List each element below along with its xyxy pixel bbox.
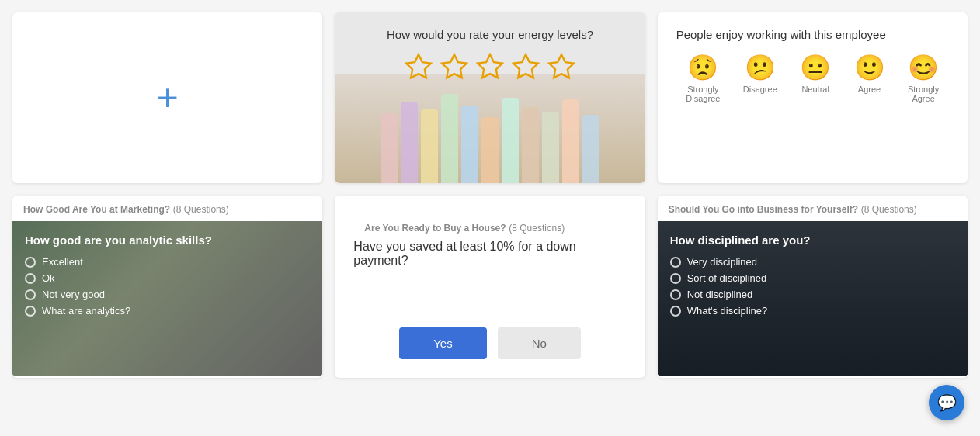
marketing-option-1-label: Excellent [42,256,83,268]
likert-title: People enjoy working with this employee [676,28,949,41]
marketing-quiz-header: How Good Are You at Marketing? (8 Questi… [12,196,322,221]
business-option-2-label: Sort of disciplined [687,272,767,284]
marketing-option-4-label: What are analytics? [42,305,130,317]
business-radio-3[interactable] [670,289,681,300]
business-quiz-image: How disciplined are you? Very discipline… [658,221,968,376]
likert-disagree[interactable]: 😕 Disagree [743,55,777,94]
business-option-1-label: Very disciplined [687,256,757,268]
likert-strongly-disagree[interactable]: 😟 StronglyDisagree [686,55,720,103]
neutral-face: 😐 [800,55,831,80]
business-option-1[interactable]: Very disciplined [670,256,955,268]
marketing-quiz-image: How good are you analytic skills? Excell… [12,221,322,376]
business-option-4[interactable]: What's discipline? [670,305,955,317]
star-3[interactable] [475,52,505,81]
house-quiz-card: Are You Ready to Buy a House? (8 Questio… [335,196,645,378]
house-quiz-question: Have you saved at least 10% for a down p… [353,240,626,306]
marketing-option-4[interactable]: What are analytics? [25,305,310,317]
likert-card: People enjoy working with this employee … [658,12,968,183]
likert-agree[interactable]: 🙂 Agree [854,55,885,94]
business-option-4-label: What's discipline? [687,305,768,317]
marketing-option-3[interactable]: Not very good [25,289,310,300]
chat-bubble[interactable]: 💬 [929,385,964,390]
marketing-radio-1[interactable] [25,257,36,268]
strongly-disagree-face: 😟 [687,55,718,80]
marketing-quiz-title: How Good Are You at Marketing? [23,204,170,215]
likert-strongly-agree[interactable]: 😊 StronglyAgree [908,55,939,103]
business-option-3-label: Not disciplined [687,289,753,300]
strongly-agree-label: StronglyAgree [908,85,939,103]
star-rating-card: How would you rate your energy levels? [335,12,645,183]
svg-marker-2 [478,54,502,78]
business-quiz-title: Should You Go into Business for Yourself… [669,204,858,215]
likert-options: 😟 StronglyDisagree 😕 Disagree 😐 Neutral … [676,55,949,103]
strongly-disagree-label: StronglyDisagree [686,85,720,103]
marketing-option-2[interactable]: Ok [25,272,310,284]
svg-marker-0 [406,54,431,78]
business-option-3[interactable]: Not disciplined [670,289,955,300]
business-radio-2[interactable] [670,273,681,284]
yesno-buttons: Yes No [353,327,626,359]
house-quiz-header: Are You Ready to Buy a House? (8 Questio… [353,214,626,240]
strongly-agree-face: 😊 [908,55,939,80]
likert-neutral[interactable]: 😐 Neutral [800,55,831,94]
house-quiz-title: Are You Ready to Buy a House? [364,223,506,234]
marketing-radio-4[interactable] [25,306,36,317]
svg-marker-3 [513,54,538,78]
chalk-bg [335,74,645,183]
marketing-quiz-card: How Good Are You at Marketing? (8 Questi… [12,196,322,378]
star-rating-title: How would you rate your energy levels? [350,28,629,41]
star-5[interactable] [547,52,576,81]
business-quiz-card: Should You Go into Business for Yourself… [658,196,968,378]
house-quiz-count: (8 Questions) [509,223,565,234]
business-radio-4[interactable] [670,306,681,317]
marketing-option-2-label: Ok [42,272,55,284]
business-quiz-count: (8 Questions) [861,204,917,215]
no-button[interactable]: No [498,327,581,359]
business-quiz-overlay: How disciplined are you? Very discipline… [658,221,968,376]
star-2[interactable] [440,52,469,81]
marketing-option-1[interactable]: Excellent [25,256,310,268]
star-1[interactable] [404,52,433,81]
add-card[interactable]: + [12,12,322,183]
marketing-quiz-question: How good are you analytic skills? [25,234,310,247]
marketing-radio-3[interactable] [25,289,36,300]
agree-label: Agree [858,85,881,94]
business-quiz-question: How disciplined are you? [670,234,955,247]
disagree-face: 😕 [745,55,776,80]
marketing-option-3-label: Not very good [42,289,105,300]
svg-marker-4 [549,54,574,78]
business-option-2[interactable]: Sort of disciplined [670,272,955,284]
add-icon[interactable]: + [157,79,179,116]
yes-button[interactable]: Yes [399,327,486,359]
disagree-label: Disagree [743,85,777,94]
marketing-radio-2[interactable] [25,273,36,284]
neutral-label: Neutral [801,85,829,94]
business-radio-1[interactable] [670,257,681,268]
marketing-quiz-count: (8 Questions) [173,204,229,215]
business-quiz-header: Should You Go into Business for Yourself… [658,196,968,221]
stars-row[interactable] [350,52,629,81]
star-4[interactable] [511,52,540,81]
svg-marker-1 [442,54,467,78]
marketing-quiz-overlay: How good are you analytic skills? Excell… [12,221,322,376]
agree-face: 🙂 [854,55,885,80]
